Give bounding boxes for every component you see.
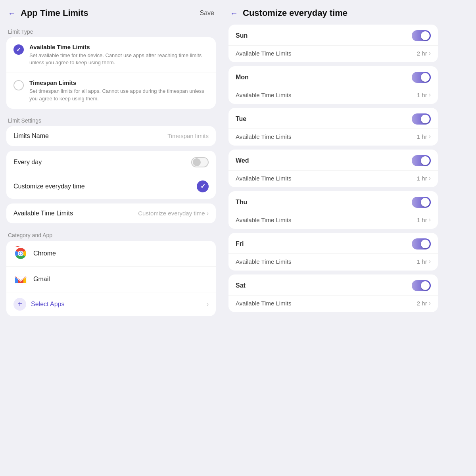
gmail-icon: [13, 272, 28, 286]
plus-icon: +: [13, 298, 26, 311]
day-label-tue: Tue: [236, 115, 246, 123]
gmail-app-item[interactable]: Gmail: [6, 266, 216, 292]
customize-everyday-check[interactable]: ✓: [197, 180, 209, 192]
day-header-sun: Sun: [228, 25, 438, 45]
day-label-sun: Sun: [236, 32, 248, 39]
select-apps-left: + Select Apps: [13, 298, 65, 311]
available-time-chevron: ›: [207, 210, 209, 217]
day-limit-label-sun: Available Time Limits: [236, 50, 292, 57]
day-toggle-thu[interactable]: [412, 197, 431, 208]
day-limit-value-sat: 2 hr ›: [417, 299, 431, 307]
left-panel: ← App Time Limits Save Limit Type Availa…: [0, 0, 222, 476]
day-header-wed: Wed: [228, 150, 438, 170]
day-limit-label-tue: Available Time Limits: [236, 133, 292, 140]
day-label-wed: Wed: [236, 157, 249, 164]
day-limit-row-fri[interactable]: Available Time Limits 1 hr ›: [228, 253, 438, 271]
day-toggle-sat[interactable]: [412, 280, 431, 291]
left-header: ← App Time Limits Save: [0, 0, 222, 25]
day-toggle-mon[interactable]: [412, 72, 431, 83]
available-time-radio[interactable]: [13, 44, 24, 55]
day-limit-label-wed: Available Time Limits: [236, 175, 292, 182]
svg-point-5: [19, 252, 22, 255]
available-time-option[interactable]: Available Time Limits Set available time…: [6, 37, 216, 73]
timespan-radio[interactable]: [13, 80, 24, 90]
right-panel: ← Customize everyday time Sun Available …: [222, 0, 444, 476]
left-back-button[interactable]: ←: [8, 9, 16, 18]
right-panel-title: Customize everyday time: [243, 8, 436, 18]
right-back-button[interactable]: ←: [230, 9, 238, 18]
day-header-sat: Sat: [228, 274, 438, 295]
day-header-mon: Mon: [228, 66, 438, 87]
select-apps-chevron: ›: [207, 301, 209, 308]
day-limit-row-wed[interactable]: Available Time Limits 1 hr ›: [228, 170, 438, 187]
timespan-desc: Set timespan limits for all apps. Cannot…: [29, 88, 209, 102]
day-card-mon: Mon Available Time Limits 1 hr ›: [228, 66, 438, 104]
day-toggle-wed[interactable]: [412, 155, 431, 166]
day-card-wed: Wed Available Time Limits 1 hr ›: [228, 150, 438, 187]
limit-settings-section-label: Limit Settings: [0, 113, 222, 126]
day-limit-row-sat[interactable]: Available Time Limits 2 hr ›: [228, 295, 438, 312]
category-app-section-label: Category and App: [0, 228, 222, 241]
available-time-title: Available Time Limits: [29, 44, 209, 50]
chrome-app-item[interactable]: Chrome: [6, 241, 216, 266]
every-day-row[interactable]: Every day: [6, 151, 216, 174]
day-header-tue: Tue: [228, 108, 438, 129]
day-label-sat: Sat: [236, 282, 246, 289]
day-limit-row-tue[interactable]: Available Time Limits 1 hr ›: [228, 129, 438, 146]
day-toggle-sun[interactable]: [412, 30, 431, 41]
day-limit-value-sun: 2 hr ›: [417, 50, 431, 57]
day-card-sat: Sat Available Time Limits 2 hr ›: [228, 274, 438, 312]
available-time-limits-row[interactable]: Available Time Limits Customize everyday…: [6, 203, 216, 223]
day-label-fri: Fri: [236, 240, 244, 248]
available-time-limits-card: Available Time Limits Customize everyday…: [6, 203, 216, 223]
chrome-icon: [13, 246, 28, 261]
day-limit-row-sun[interactable]: Available Time Limits 2 hr ›: [228, 45, 438, 62]
day-toggle-fri[interactable]: [412, 238, 431, 250]
chrome-name: Chrome: [33, 250, 56, 257]
day-toggle-tue[interactable]: [412, 113, 431, 125]
every-day-label: Every day: [13, 159, 42, 166]
day-toggle-knob-mon: [421, 73, 430, 82]
limits-name-row[interactable]: Limits Name Timespan limits: [6, 126, 216, 146]
schedule-card: Every day Customize everyday time ✓: [6, 151, 216, 199]
day-toggle-knob-tue: [421, 115, 430, 123]
day-limit-row-mon[interactable]: Available Time Limits 1 hr ›: [228, 87, 438, 104]
day-limit-label-thu: Available Time Limits: [236, 217, 292, 223]
every-day-toggle-knob: [193, 158, 201, 166]
timespan-option[interactable]: Timespan Limits Set timespan limits for …: [6, 73, 216, 108]
customize-everyday-row[interactable]: Customize everyday time ✓: [6, 174, 216, 199]
day-toggle-knob-fri: [421, 240, 430, 248]
limit-type-card: Available Time Limits Set available time…: [6, 37, 216, 109]
day-header-thu: Thu: [228, 191, 438, 212]
day-toggle-knob-wed: [421, 156, 430, 165]
limit-type-section-label: Limit Type: [0, 25, 222, 37]
gmail-name: Gmail: [33, 276, 50, 283]
available-time-limits-value: Customize everyday time ›: [138, 210, 209, 217]
left-panel-title: App Time Limits: [21, 8, 195, 18]
available-time-desc: Set available time for the device. Canno…: [29, 52, 209, 66]
day-toggle-knob-sun: [421, 31, 430, 40]
day-label-thu: Thu: [236, 199, 247, 206]
day-card-sun: Sun Available Time Limits 2 hr ›: [228, 25, 438, 62]
day-limit-value-thu: 1 hr ›: [417, 216, 431, 223]
day-toggle-knob-thu: [421, 198, 430, 207]
day-limit-row-thu[interactable]: Available Time Limits 1 hr ›: [228, 212, 438, 229]
day-limit-label-mon: Available Time Limits: [236, 92, 292, 98]
right-header: ← Customize everyday time: [222, 0, 444, 25]
apps-card: Chrome Gmail: [6, 241, 216, 316]
day-limit-label-fri: Available Time Limits: [236, 258, 292, 265]
timespan-title: Timespan Limits: [29, 79, 209, 86]
limits-name-value: Timespan limits: [167, 132, 209, 139]
limits-name-card: Limits Name Timespan limits: [6, 126, 216, 146]
select-apps-row[interactable]: + Select Apps ›: [6, 292, 216, 316]
day-label-mon: Mon: [236, 74, 249, 81]
select-apps-label: Select Apps: [31, 301, 65, 308]
day-limit-value-tue: 1 hr ›: [417, 133, 431, 140]
days-container: Sun Available Time Limits 2 hr › Mon Ava…: [222, 25, 444, 316]
save-button[interactable]: Save: [200, 10, 214, 17]
timespan-text: Timespan Limits Set timespan limits for …: [29, 79, 209, 102]
day-header-fri: Fri: [228, 233, 438, 253]
day-toggle-knob-sat: [421, 281, 430, 290]
every-day-toggle[interactable]: [191, 157, 209, 167]
day-limit-value-wed: 1 hr ›: [417, 175, 431, 182]
